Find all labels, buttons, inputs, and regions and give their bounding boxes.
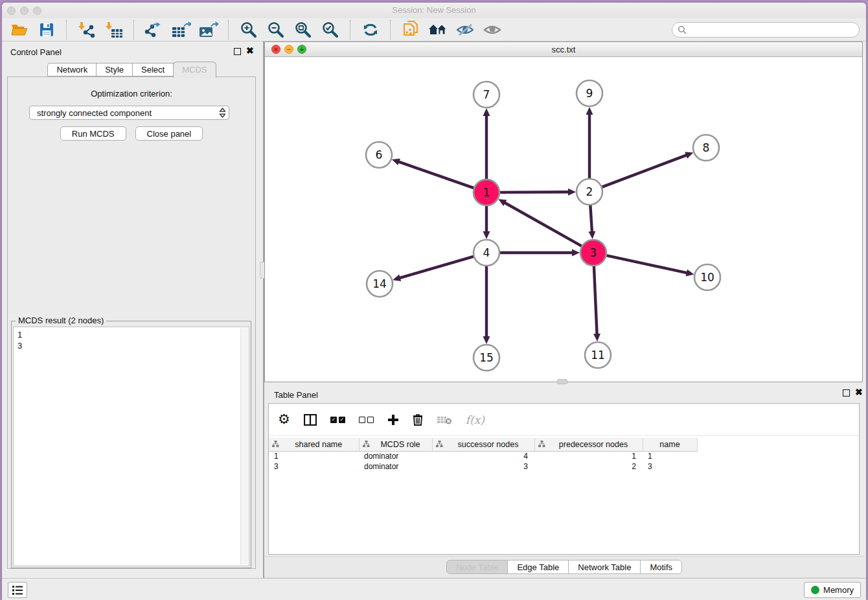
node-label: 8 xyxy=(703,141,710,154)
edge-3-1[interactable] xyxy=(503,202,582,246)
edge-2-8[interactable] xyxy=(602,155,688,187)
table-cell[interactable]: 1 xyxy=(269,451,359,461)
column-header-name[interactable]: name xyxy=(643,438,697,451)
deselect-all-button[interactable] xyxy=(359,412,374,428)
graph-node-9[interactable]: 9 xyxy=(577,80,602,106)
column-type-icon xyxy=(272,441,279,448)
new-network-from-selection-button[interactable] xyxy=(400,20,421,40)
optimization-criterion-dropdown[interactable]: strongly connected component xyxy=(29,106,229,120)
table-row[interactable]: 3dominator323 xyxy=(269,461,697,472)
save-floppy-icon xyxy=(40,23,54,37)
export-network-icon xyxy=(144,21,164,38)
checked-box-icon: ✓ xyxy=(339,417,345,423)
table-cell[interactable]: 1 xyxy=(534,451,643,461)
tab-select[interactable]: Select xyxy=(132,63,174,76)
graph-node-7[interactable]: 7 xyxy=(474,82,499,108)
node-label: 10 xyxy=(700,271,714,284)
table-cell[interactable]: 3 xyxy=(643,461,697,472)
column-header-MCDS-role[interactable]: MCDS role xyxy=(359,438,432,451)
table-cell[interactable]: dominator xyxy=(359,461,432,472)
memory-button[interactable]: Memory xyxy=(804,582,861,598)
tab-network[interactable]: Network xyxy=(47,63,97,76)
horizontal-splitter-handle[interactable] xyxy=(557,379,567,384)
hide-details-button[interactable] xyxy=(454,20,475,40)
app-window: Session: New Session xyxy=(2,3,866,600)
zoom-fit-button[interactable] xyxy=(292,20,314,40)
result-scrollbar[interactable] xyxy=(240,328,248,565)
export-image-icon xyxy=(199,21,218,38)
show-column-button[interactable] xyxy=(304,412,317,428)
graph-node-3[interactable]: 3 xyxy=(580,240,606,266)
column-header-successor-nodes[interactable]: successor nodes xyxy=(432,438,534,451)
graph-node-1[interactable]: 1 xyxy=(474,179,499,205)
graph-node-14[interactable]: 14 xyxy=(367,271,393,297)
mcds-result-area[interactable]: 1 3 xyxy=(13,327,249,566)
show-details-button[interactable] xyxy=(481,20,503,40)
unchecked-box-icon xyxy=(367,417,374,423)
graph-node-10[interactable]: 10 xyxy=(694,264,720,290)
edge-arrowhead xyxy=(483,231,490,239)
main-titlebar: Session: New Session xyxy=(2,3,866,18)
network-canvas[interactable]: 1234678910111415 xyxy=(265,57,862,382)
tab-edge-table[interactable]: Edge Table xyxy=(507,560,569,574)
table-cell[interactable]: 1 xyxy=(643,451,697,461)
zoom-in-button[interactable] xyxy=(238,20,259,40)
import-network-button[interactable] xyxy=(76,20,97,40)
graph-node-6[interactable]: 6 xyxy=(366,142,392,168)
edge-arrowhead xyxy=(568,189,576,196)
table-cell[interactable]: 4 xyxy=(432,451,534,461)
table-cell[interactable]: dominator xyxy=(359,451,432,461)
tab-network-table[interactable]: Network Table xyxy=(568,560,641,574)
edge-1-6[interactable] xyxy=(397,161,474,189)
import-table-button[interactable] xyxy=(103,20,124,40)
zoom-selected-button[interactable] xyxy=(319,20,341,40)
column-header-shared-name[interactable]: shared name xyxy=(269,438,359,451)
node-label: 1 xyxy=(483,186,490,199)
edge-3-11[interactable] xyxy=(594,266,597,336)
table-cell[interactable]: 3 xyxy=(269,461,359,472)
close-panel-button[interactable]: Close panel xyxy=(135,126,203,141)
table-row[interactable]: 1dominator411 xyxy=(269,451,697,461)
graph-node-8[interactable]: 8 xyxy=(693,135,719,161)
control-panel-tabs: NetworkStyleSelectMCDS xyxy=(2,63,262,78)
column-header-predecessor-nodes[interactable]: predecessor nodes xyxy=(534,438,643,451)
close-table-panel-icon[interactable]: ✖ xyxy=(855,387,863,397)
home-button[interactable] xyxy=(427,20,448,40)
edge-2-3[interactable] xyxy=(590,205,592,233)
tab-motifs[interactable]: Motifs xyxy=(640,560,682,574)
tab-node-table[interactable]: Node Table xyxy=(446,560,508,574)
edge-3-10[interactable] xyxy=(606,255,689,273)
close-panel-icon[interactable]: ✖ xyxy=(246,46,254,55)
export-network-button[interactable] xyxy=(143,20,165,40)
network-window-titlebar: × − + scc.txt xyxy=(265,42,862,57)
tab-mcds[interactable]: MCDS xyxy=(173,62,216,78)
delete-table-button[interactable] xyxy=(437,412,452,428)
export-image-button[interactable] xyxy=(198,20,219,40)
graph-node-15[interactable]: 15 xyxy=(474,345,499,371)
edge-arrowhead xyxy=(393,275,401,282)
table-options-button[interactable]: ⚙ xyxy=(278,412,290,428)
select-all-button[interactable]: ✓✓ xyxy=(330,412,345,428)
graph-node-4[interactable]: 4 xyxy=(474,240,499,266)
search-input[interactable] xyxy=(690,25,854,34)
graph-node-2[interactable]: 2 xyxy=(577,179,602,205)
add-row-button[interactable] xyxy=(387,412,399,428)
zoom-out-button[interactable] xyxy=(265,20,286,40)
export-table-button[interactable] xyxy=(170,20,192,40)
open-session-button[interactable] xyxy=(8,20,30,40)
save-session-button[interactable] xyxy=(36,20,57,40)
float-table-panel-icon[interactable] xyxy=(843,389,850,397)
apply-layout-button[interactable] xyxy=(360,20,381,40)
table-cell[interactable]: 2 xyxy=(534,461,643,472)
edge-4-14[interactable] xyxy=(398,257,474,279)
float-panel-icon[interactable] xyxy=(234,48,241,55)
tab-style[interactable]: Style xyxy=(96,63,133,76)
edge-1-2[interactable] xyxy=(499,192,570,192)
task-history-button[interactable] xyxy=(8,582,27,598)
graph-node-11[interactable]: 11 xyxy=(585,342,611,368)
delete-row-button[interactable] xyxy=(413,412,423,428)
table-cell[interactable]: 3 xyxy=(432,461,534,472)
run-mcds-button[interactable]: Run MCDS xyxy=(60,126,126,141)
function-builder-button[interactable]: f(x) xyxy=(466,412,485,428)
toolbar-separator xyxy=(390,20,391,40)
